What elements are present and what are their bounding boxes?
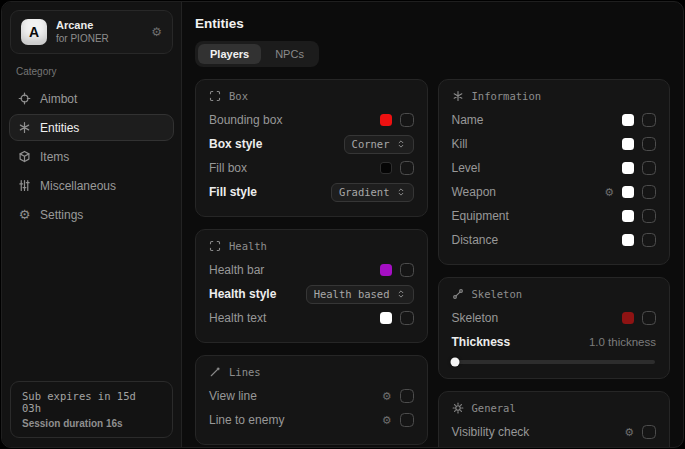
app-window: A Arcane for PIONER ⚙ Category Aimbot En… — [1, 1, 684, 448]
fill-box-checkbox[interactable] — [400, 161, 414, 175]
health-panel: Health Health bar Health style Health ba… — [195, 229, 428, 343]
weapon-settings-icon[interactable]: ⚙ — [604, 187, 614, 198]
thickness-value: 1.0 thickness — [589, 336, 656, 348]
select-arrows-icon — [396, 187, 406, 197]
distance-color-swatch[interactable] — [622, 234, 634, 246]
subscription-card: Sub expires in 15d 03h Session duration … — [10, 381, 173, 438]
skeleton-checkbox[interactable] — [642, 311, 656, 325]
health-panel-header: Health — [209, 240, 414, 252]
equipment-color-swatch[interactable] — [622, 210, 634, 222]
information-panel-header: Information — [452, 90, 657, 102]
general-panel: General Visibility check ⚙ Max distance … — [438, 391, 671, 447]
equipment-checkbox[interactable] — [642, 209, 656, 223]
setting-label: Fill style — [209, 185, 257, 199]
corner-brackets-icon — [209, 90, 221, 102]
sidebar-item-label: Settings — [40, 208, 83, 222]
sidebar-item-items[interactable]: Items — [9, 143, 174, 170]
line-to-enemy-checkbox[interactable] — [400, 413, 414, 427]
left-column: Box Bounding box Box style Corner — [195, 79, 428, 447]
setting-label: Box style — [209, 137, 262, 151]
distance-checkbox[interactable] — [642, 233, 656, 247]
visibility-check-settings-icon[interactable]: ⚙ — [624, 427, 634, 438]
main-content: Entities Players NPCs Box Bounding box — [182, 2, 683, 447]
select-arrows-icon — [396, 289, 406, 299]
visibility-check-row: Visibility check ⚙ — [452, 422, 657, 442]
thickness-slider[interactable] — [453, 360, 656, 364]
view-line-row: View line ⚙ — [209, 386, 414, 406]
view-line-checkbox[interactable] — [400, 389, 414, 403]
panel-columns: Box Bounding box Box style Corner — [195, 79, 670, 447]
select-arrows-icon — [396, 139, 406, 149]
line-to-enemy-row: Line to enemy ⚙ — [209, 410, 414, 430]
setting-label: Distance — [452, 233, 499, 247]
equipment-row: Equipment — [452, 206, 657, 226]
kill-color-swatch[interactable] — [622, 138, 634, 150]
health-bar-color-swatch[interactable] — [380, 264, 392, 276]
box-style-row: Box style Corner — [209, 134, 414, 154]
name-color-swatch[interactable] — [622, 114, 634, 126]
skeleton-panel-header: Skeleton — [452, 288, 657, 300]
general-panel-header: General — [452, 402, 657, 414]
thickness-row: Thickness 1.0 thickness — [452, 332, 657, 352]
max-distance-row: Max distance 500m — [452, 446, 657, 447]
setting-label: Kill — [452, 137, 468, 151]
bounding-box-checkbox[interactable] — [400, 113, 414, 127]
visibility-check-checkbox[interactable] — [642, 425, 656, 439]
kill-checkbox[interactable] — [642, 137, 656, 151]
sidebar-item-aimbot[interactable]: Aimbot — [9, 85, 174, 112]
fill-style-dropdown[interactable]: Gradient — [331, 183, 414, 202]
health-style-dropdown[interactable]: Health based — [306, 285, 414, 304]
gear-icon: ⚙ — [18, 208, 31, 221]
panel-title: Lines — [229, 366, 261, 378]
entities-icon — [18, 121, 31, 134]
sliders-icon — [18, 179, 31, 192]
tab-npcs[interactable]: NPCs — [263, 44, 316, 64]
brand-logo: A — [21, 19, 47, 45]
brand-title: Arcane — [56, 19, 142, 33]
level-checkbox[interactable] — [642, 161, 656, 175]
health-bar-checkbox[interactable] — [400, 263, 414, 277]
setting-label: Fill box — [209, 161, 247, 175]
setting-label: Name — [452, 113, 484, 127]
sidebar-item-miscellaneous[interactable]: Miscellaneous — [9, 172, 174, 199]
tab-players[interactable]: Players — [198, 44, 261, 64]
bounding-box-color-swatch[interactable] — [380, 114, 392, 126]
fill-box-row: Fill box — [209, 158, 414, 178]
sidebar-item-label: Miscellaneous — [40, 179, 116, 193]
lines-panel-header: Lines — [209, 366, 414, 378]
kill-row: Kill — [452, 134, 657, 154]
panel-title: Skeleton — [472, 288, 523, 300]
weapon-checkbox[interactable] — [642, 185, 656, 199]
setting-label: View line — [209, 389, 257, 403]
brand-subtitle: for PIONER — [56, 33, 142, 46]
box-style-dropdown[interactable]: Corner — [344, 135, 414, 154]
sidebar-item-settings[interactable]: ⚙ Settings — [9, 201, 174, 228]
session-duration-text: Session duration 16s — [22, 418, 161, 429]
entity-type-tabs: Players NPCs — [195, 41, 319, 67]
sub-expiry-text: Sub expires in 15d 03h — [22, 390, 161, 414]
fill-box-color-swatch[interactable] — [380, 162, 392, 174]
view-line-settings-icon[interactable]: ⚙ — [382, 391, 392, 402]
sidebar-item-label: Aimbot — [40, 92, 77, 106]
thickness-slider-handle[interactable] — [450, 358, 459, 367]
sidebar-item-entities[interactable]: Entities — [9, 114, 174, 141]
bounding-box-row: Bounding box — [209, 110, 414, 130]
sidebar-nav: Aimbot Entities Items Miscellaneous — [2, 85, 181, 228]
dropdown-value: Health based — [314, 288, 390, 300]
brand-settings-icon[interactable]: ⚙ — [151, 25, 162, 39]
setting-label: Skeleton — [452, 311, 499, 325]
health-text-color-swatch[interactable] — [380, 312, 392, 324]
skeleton-color-swatch[interactable] — [622, 312, 634, 324]
weapon-color-swatch[interactable] — [622, 186, 634, 198]
sidebar-item-label: Items — [40, 150, 69, 164]
setting-label: Health text — [209, 311, 266, 325]
health-text-row: Health text — [209, 308, 414, 328]
level-color-swatch[interactable] — [622, 162, 634, 174]
lines-panel: Lines View line ⚙ Line to enemy ⚙ — [195, 355, 428, 445]
sun-icon — [452, 402, 464, 414]
name-checkbox[interactable] — [642, 113, 656, 127]
line-to-enemy-settings-icon[interactable]: ⚙ — [382, 415, 392, 426]
panel-title: Information — [472, 90, 542, 102]
health-text-checkbox[interactable] — [400, 311, 414, 325]
dropdown-value: Corner — [352, 138, 390, 150]
